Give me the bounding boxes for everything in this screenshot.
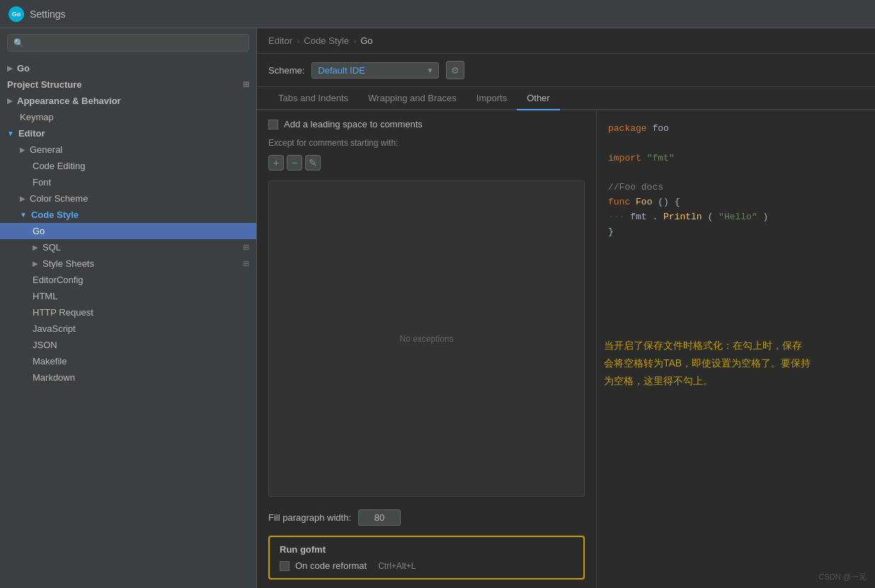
sidebar-item-label: JavaScript [33, 323, 76, 334]
chevron-right-icon: ▶ [33, 260, 38, 267]
exceptions-area: No exceptions [268, 180, 585, 497]
add-exception-button[interactable]: + [268, 155, 284, 171]
fill-paragraph-label: Fill paragraph width: [268, 512, 351, 523]
no-exceptions-text: No exceptions [399, 334, 453, 344]
checkbox-leading-space-row: Add a leading space to comments [268, 119, 585, 129]
sidebar-item-label: JSON [33, 340, 57, 350]
sidebar-item-makefile[interactable]: Makefile [0, 353, 256, 369]
code-line-2 [608, 137, 864, 151]
sidebar-item-markdown[interactable]: Markdown [0, 369, 256, 386]
sidebar-badge: ⊞ [243, 243, 249, 252]
gofmt-title: Run gofmt [280, 544, 573, 555]
on-reformat-row: On code reformat Ctrl+Alt+L [280, 560, 573, 571]
sidebar-item-editor-config[interactable]: EditorConfig [0, 272, 256, 288]
tab-tabs-indents[interactable]: Tabs and Indents [268, 87, 358, 110]
sidebar-item-label: Editor [18, 128, 45, 139]
sidebar: 🔍 ▶ Go Project Structure ⊞ ▶ Appearance … [0, 28, 257, 588]
on-reformat-checkbox[interactable] [280, 561, 290, 571]
sidebar-item-sql[interactable]: ▶ SQL ⊞ [0, 239, 256, 255]
scheme-select[interactable]: Default IDE [311, 62, 439, 79]
sidebar-badge: ⊞ [243, 80, 249, 89]
sidebar-item-label: Go [17, 63, 30, 74]
sidebar-item-javascript[interactable]: JavaScript [0, 321, 256, 337]
gofmt-box: Run gofmt On code reformat Ctrl+Alt+L [268, 536, 585, 580]
scheme-gear-button[interactable]: ⚙ [446, 61, 464, 79]
search-box[interactable]: 🔍 [7, 34, 249, 52]
sidebar-item-go-lang[interactable]: Go [0, 223, 256, 239]
split-pane: Add a leading space to comments Except f… [257, 110, 875, 588]
sidebar-item-label: SQL [42, 242, 61, 253]
code-line-4 [608, 166, 864, 180]
sidebar-item-label: EditorConfig [33, 275, 84, 285]
sidebar-item-go[interactable]: ▶ Go [0, 60, 256, 76]
minus-icon: − [292, 157, 297, 168]
tabs-row: Tabs and Indents Wrapping and Braces Imp… [257, 87, 875, 110]
sidebar-item-list: ▶ Go Project Structure ⊞ ▶ Appearance & … [0, 57, 256, 588]
exceptions-section-label: Except for comments starting with: [268, 138, 585, 148]
plus-icon: + [273, 157, 279, 168]
sidebar-item-general[interactable]: ▶ General [0, 142, 256, 158]
breadcrumb-go: Go [360, 35, 372, 46]
sidebar-item-code-editing[interactable]: Code Editing [0, 158, 256, 174]
sidebar-item-label: Makefile [33, 356, 67, 367]
breadcrumb: Editor › Code Style › Go [257, 28, 875, 54]
sidebar-item-color-scheme[interactable]: ▶ Color Scheme [0, 190, 256, 207]
breadcrumb-code-style: Code Style [304, 35, 349, 46]
sidebar-item-label: Style Sheets [42, 258, 94, 269]
gear-icon: ⚙ [451, 65, 459, 76]
edit-exception-button[interactable]: ✎ [305, 155, 321, 171]
tab-wrapping-braces[interactable]: Wrapping and Braces [358, 87, 467, 110]
tooltip-overlay: 当开启了保存文件时格式化：在勾上时，保存 会将空格转为TAB，即使设置为空格了。… [604, 337, 875, 391]
sidebar-item-project-structure[interactable]: Project Structure ⊞ [0, 76, 256, 93]
sidebar-item-font[interactable]: Font [0, 174, 256, 190]
code-line-7: ··· fmt . Println ( "Hello" ) [608, 210, 864, 225]
sidebar-item-keymap[interactable]: Keymap [0, 109, 256, 125]
tab-other[interactable]: Other [517, 87, 560, 110]
chevron-right-icon: ▶ [20, 146, 25, 154]
tooltip-text: 当开启了保存文件时格式化：在勾上时，保存 会将空格转为TAB，即使设置为空格了。… [604, 337, 875, 391]
search-icon: 🔍 [13, 38, 24, 48]
scheme-select-wrapper: Default IDE ▼ [311, 62, 439, 79]
sidebar-item-label: HTML [33, 291, 57, 301]
on-reformat-label: On code reformat [295, 560, 367, 571]
chevron-right-icon: ▶ [33, 243, 38, 251]
search-input[interactable] [28, 38, 243, 48]
titlebar: Go Settings [0, 0, 875, 28]
main-layout: 🔍 ▶ Go Project Structure ⊞ ▶ Appearance … [0, 28, 875, 588]
sidebar-item-appearance-behavior[interactable]: ▶ Appearance & Behavior [0, 93, 256, 109]
sidebar-item-label: General [30, 144, 62, 155]
sidebar-item-json[interactable]: JSON [0, 337, 256, 353]
code-line-8: } [608, 225, 864, 240]
sidebar-item-label: Appearance & Behavior [17, 96, 121, 106]
sidebar-item-label: Code Editing [33, 161, 85, 171]
chevron-down-icon: ▼ [7, 129, 14, 137]
sidebar-item-editor[interactable]: ▼ Editor [0, 125, 256, 142]
chevron-down-icon: ▼ [20, 211, 27, 219]
sidebar-item-code-style[interactable]: ▼ Code Style [0, 207, 256, 223]
content-area: Editor › Code Style › Go Scheme: Default… [257, 28, 875, 588]
breadcrumb-editor: Editor [268, 35, 292, 46]
app-icon: Go [8, 6, 24, 22]
sidebar-item-style-sheets[interactable]: ▶ Style Sheets ⊞ [0, 255, 256, 272]
fill-paragraph-input[interactable] [358, 509, 401, 526]
code-preview: package foo import "fmt" //Foo docs [608, 122, 864, 239]
sidebar-item-http-request[interactable]: HTTP Request [0, 304, 256, 321]
leading-space-label: Add a leading space to comments [284, 119, 423, 129]
scheme-label: Scheme: [268, 65, 304, 76]
chevron-right-icon: ▶ [20, 195, 25, 202]
right-panel: package foo import "fmt" //Foo docs [597, 110, 875, 588]
leading-space-checkbox[interactable] [268, 120, 278, 129]
code-line-1: package foo [608, 122, 864, 137]
sidebar-item-label: Code Style [31, 209, 79, 220]
remove-exception-button[interactable]: − [287, 155, 302, 171]
tab-imports[interactable]: Imports [467, 87, 517, 110]
sidebar-item-html[interactable]: HTML [0, 288, 256, 304]
sidebar-item-label: HTTP Request [33, 307, 93, 318]
code-line-3: import "fmt" [608, 151, 864, 166]
sidebar-item-label: Font [33, 177, 51, 188]
window-title: Settings [30, 8, 66, 20]
left-panel: Add a leading space to comments Except f… [257, 110, 597, 588]
exceptions-toolbar: + − ✎ [268, 155, 585, 171]
sidebar-item-label: Color Scheme [30, 193, 88, 204]
code-line-5: //Foo docs [608, 180, 864, 195]
